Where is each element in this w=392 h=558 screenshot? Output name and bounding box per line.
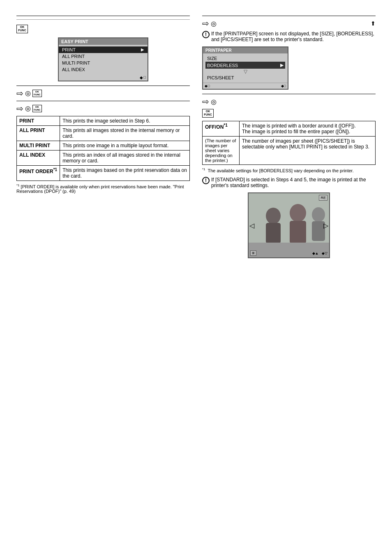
right-column: ⇨ ◎ ⬆ ! If the [PRINTPAPER] screen is no… xyxy=(202,12,376,262)
right-table-body: OFF/ON*1 The image is printed with a bor… xyxy=(203,121,376,164)
right-ok-func: OKFUNC xyxy=(202,107,376,118)
right-label-offon: OFF/ON*1 xyxy=(203,121,240,136)
svg-point-3 xyxy=(290,204,306,222)
photo-bottom-right-icons: ◆▲ ◆▽ xyxy=(312,251,327,255)
desc-allprint: This prints all images stored in the int… xyxy=(60,125,190,141)
ok-func-icon-step3: OKFUNC xyxy=(32,105,42,112)
right-screen-chevron: ▽ xyxy=(205,69,285,74)
right-table-row-offon: OFF/ON*1 The image is printed with a bor… xyxy=(203,121,376,136)
print-options-table: PRINT This prints the image selected in … xyxy=(16,116,190,181)
ok-func-icon-step2: OKFUNC xyxy=(32,90,42,97)
screen-row-print: PRINT ▶ xyxy=(59,46,148,53)
screen-header-left: EASY PRINT xyxy=(59,38,148,45)
table-row: MULTI PRINT This prints one image in a m… xyxy=(17,141,190,150)
svg-rect-2 xyxy=(266,223,281,243)
desc-allindex: This prints an index of all images store… xyxy=(60,150,190,165)
right-label-picssheet: (The number of images per sheet varies d… xyxy=(203,136,240,164)
ok-func-step1: OKFUNC xyxy=(16,23,190,33)
right-mid-divider xyxy=(202,94,376,94)
photo-svg xyxy=(249,193,330,258)
right-table-row-picssheet: (The number of images per sheet varies d… xyxy=(203,136,376,164)
label-allindex: ALL INDEX xyxy=(17,150,60,165)
divider3 xyxy=(16,101,190,101)
desc-multiprint: This prints one image in a multiple layo… xyxy=(60,141,190,150)
right-small-icon: ⬆ xyxy=(371,20,376,27)
camera-screen-left: EASY PRINT PRINT ▶ ALL PRINT MULTI PRINT… xyxy=(58,37,148,81)
top-divider xyxy=(16,16,190,16)
photo-right-arrow-icon: ▷ xyxy=(323,222,328,229)
circle-icon-step3: ◎ xyxy=(25,104,31,112)
right-dpad-icon: ⇨ xyxy=(202,19,209,28)
right-screen-row-borderless: BORDERLESS ▶ xyxy=(205,62,285,69)
right-circle-icon-mid: ◎ xyxy=(211,98,217,106)
warning-box-1: ! If the [PRINTPAPER] screen is not disp… xyxy=(202,31,376,42)
step2-icons: ⇨ ◎ OKFUNC xyxy=(16,89,190,97)
right-desc-picssheet: The number of images per sheet ([PICS/SH… xyxy=(240,136,376,164)
borderless-table: OFF/ON*1 The image is printed with a bor… xyxy=(202,121,376,165)
svg-point-1 xyxy=(266,208,281,224)
right-ok-func-icon: OKFUNC xyxy=(202,109,214,118)
screen-row-allprint: ALL PRINT xyxy=(59,53,148,60)
right-screen-body: SIZE BORDERLESS ▶ ▽ PICS/SHEET xyxy=(203,53,288,83)
right-circle-icon: ◎ xyxy=(211,20,217,28)
svg-point-5 xyxy=(312,207,325,222)
label-print: PRINT xyxy=(17,116,60,125)
label-allprint: ALL PRINT xyxy=(17,125,60,141)
desc-print: This prints the image selected in Step 6… xyxy=(60,116,190,125)
right-screen-footer: ◆□ ◆□ xyxy=(203,83,288,89)
photo-background xyxy=(249,193,329,257)
photo-mockup: ◁ ▷ RE ⊞ ◆▲ ◆▽ xyxy=(248,192,330,258)
footnote-right-1: *1 The available settings for [BORDERLES… xyxy=(202,167,376,173)
photo-bottom-left-icon: ⊞ xyxy=(250,250,256,256)
table-row: PRINT ORDER*1 This prints images based o… xyxy=(17,165,190,181)
svg-rect-4 xyxy=(290,221,306,243)
dpad-icon-step2: ⇨ xyxy=(16,89,23,97)
table-row: PRINT This prints the image selected in … xyxy=(17,116,190,125)
right-screen-row-picssheet: PICS/SHEET xyxy=(205,74,285,81)
warning-icon-2: ! xyxy=(202,177,210,184)
photo-top-right-icon: RE xyxy=(319,195,327,201)
footnote-left: *1 [PRINT ORDER] is available only when … xyxy=(16,183,190,194)
photo-left-arrow-icon: ◁ xyxy=(249,222,254,229)
screen-body-left: PRINT ▶ ALL PRINT MULTI PRINT ALL INDEX xyxy=(59,45,148,74)
left-column: OKFUNC EASY PRINT PRINT ▶ ALL PRINT MULT… xyxy=(16,12,190,262)
warning-box-2: ! If [STANDARD] is selected in Steps 4 a… xyxy=(202,177,376,188)
right-screen-row-size: SIZE xyxy=(205,55,285,62)
table-row: ALL INDEX This prints an index of all im… xyxy=(17,150,190,165)
step3-icons: ⇨ ◎ OKFUNC xyxy=(16,104,190,113)
label-printorder: PRINT ORDER*1 xyxy=(17,165,60,181)
right-dpad-icon-mid: ⇨ xyxy=(202,97,209,106)
dpad-icon-step3: ⇨ xyxy=(16,104,23,113)
label-multiprint: MULTI PRINT xyxy=(17,141,60,150)
warning-text-1: If the [PRINTPAPER] screen is not displa… xyxy=(211,31,376,42)
right-step-icons-mid: ⇨ ◎ xyxy=(202,97,376,106)
camera-screen-right: PRINTPAPER SIZE BORDERLESS ▶ ▽ PICS/SHEE… xyxy=(202,46,288,90)
photo-bottom-icons: ⊞ ◆▲ ◆▽ xyxy=(250,250,327,256)
right-desc-offon: The image is printed with a border aroun… xyxy=(240,121,376,136)
right-top-divider xyxy=(202,16,376,16)
right-step-icons-top: ⇨ ◎ ⬆ xyxy=(202,19,376,28)
divider2 xyxy=(16,86,190,86)
ok-func-icon: OKFUNC xyxy=(16,25,28,33)
circle-icon-step2: ◎ xyxy=(25,89,31,97)
screen-row-allindex: ALL INDEX xyxy=(59,66,148,73)
screen-row-multiprint: MULTI PRINT xyxy=(59,60,148,66)
warning-text-2: If [STANDARD] is selected in Steps 4 and… xyxy=(211,177,376,188)
warning-icon-1: ! xyxy=(202,31,210,38)
desc-printorder: This prints images based on the print re… xyxy=(60,165,190,181)
right-screen-header: PRINTPAPER xyxy=(203,47,288,53)
sub-divider xyxy=(16,19,190,20)
table-row: ALL PRINT This prints all images stored … xyxy=(17,125,190,141)
screen-footer-left: ◆ □ xyxy=(59,74,148,81)
table-body: PRINT This prints the image selected in … xyxy=(17,116,190,181)
